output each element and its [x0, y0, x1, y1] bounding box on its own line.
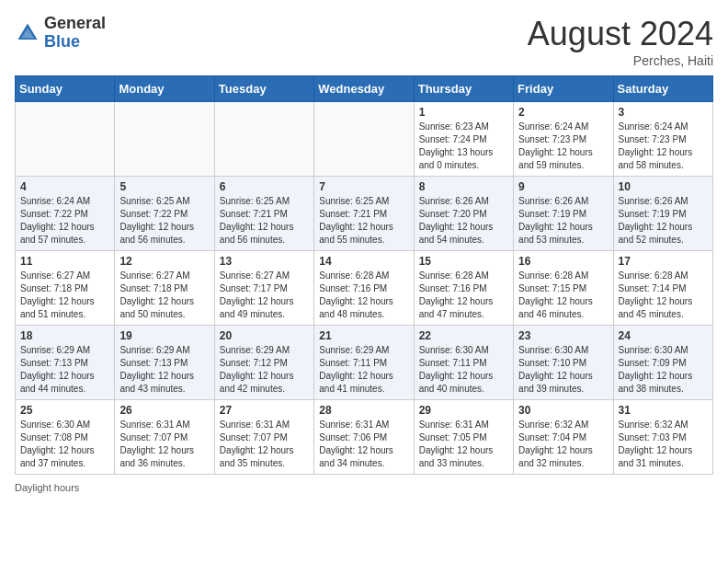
weekday-header-wednesday: Wednesday	[314, 76, 414, 102]
day-info: Sunrise: 6:28 AM Sunset: 7:16 PM Dayligh…	[419, 270, 508, 321]
day-number: 1	[419, 106, 508, 119]
calendar-table: SundayMondayTuesdayWednesdayThursdayFrid…	[15, 75, 713, 475]
day-info: Sunrise: 6:29 AM Sunset: 7:13 PM Dayligh…	[20, 344, 109, 396]
day-info: Sunrise: 6:28 AM Sunset: 7:15 PM Dayligh…	[518, 270, 608, 321]
day-number: 14	[319, 255, 408, 268]
day-number: 25	[20, 404, 109, 417]
day-number: 30	[518, 404, 608, 417]
calendar-cell: 28Sunrise: 6:31 AM Sunset: 7:06 PM Dayli…	[314, 400, 414, 475]
weekday-header-sunday: Sunday	[16, 76, 115, 102]
calendar-cell: 13Sunrise: 6:27 AM Sunset: 7:17 PM Dayli…	[214, 251, 313, 326]
calendar-cell: 15Sunrise: 6:28 AM Sunset: 7:16 PM Dayli…	[414, 251, 513, 326]
day-number: 23	[518, 329, 608, 342]
calendar-cell: 4Sunrise: 6:24 AM Sunset: 7:22 PM Daylig…	[16, 177, 115, 251]
day-info: Sunrise: 6:27 AM Sunset: 7:18 PM Dayligh…	[20, 270, 109, 321]
location-subtitle: Perches, Haiti	[528, 53, 713, 68]
logo-text: General Blue	[44, 15, 106, 52]
calendar-cell: 17Sunrise: 6:28 AM Sunset: 7:14 PM Dayli…	[613, 251, 712, 326]
day-info: Sunrise: 6:29 AM Sunset: 7:11 PM Dayligh…	[319, 344, 408, 396]
day-info: Sunrise: 6:24 AM Sunset: 7:23 PM Dayligh…	[518, 121, 608, 172]
day-number: 7	[319, 180, 408, 193]
calendar-cell: 31Sunrise: 6:32 AM Sunset: 7:03 PM Dayli…	[613, 400, 712, 475]
calendar-cell: 1Sunrise: 6:23 AM Sunset: 7:24 PM Daylig…	[414, 102, 513, 177]
day-info: Sunrise: 6:31 AM Sunset: 7:06 PM Dayligh…	[319, 419, 408, 470]
day-number: 21	[319, 329, 408, 342]
calendar-cell: 9Sunrise: 6:26 AM Sunset: 7:19 PM Daylig…	[514, 177, 613, 251]
day-info: Sunrise: 6:27 AM Sunset: 7:18 PM Dayligh…	[119, 270, 209, 321]
calendar-cell: 20Sunrise: 6:29 AM Sunset: 7:12 PM Dayli…	[214, 326, 313, 400]
calendar-cell: 24Sunrise: 6:30 AM Sunset: 7:09 PM Dayli…	[613, 326, 712, 400]
calendar-week-row: 4Sunrise: 6:24 AM Sunset: 7:22 PM Daylig…	[16, 177, 713, 251]
calendar-cell: 3Sunrise: 6:24 AM Sunset: 7:23 PM Daylig…	[613, 102, 712, 177]
calendar-cell: 5Sunrise: 6:25 AM Sunset: 7:22 PM Daylig…	[115, 177, 214, 251]
calendar-cell: 6Sunrise: 6:25 AM Sunset: 7:21 PM Daylig…	[214, 177, 313, 251]
day-info: Sunrise: 6:27 AM Sunset: 7:17 PM Dayligh…	[220, 270, 309, 321]
calendar-cell: 22Sunrise: 6:30 AM Sunset: 7:11 PM Dayli…	[414, 326, 513, 400]
day-info: Sunrise: 6:32 AM Sunset: 7:04 PM Dayligh…	[518, 419, 608, 470]
logo-general-text: General	[44, 15, 106, 33]
day-info: Sunrise: 6:29 AM Sunset: 7:13 PM Dayligh…	[119, 344, 209, 396]
calendar-cell: 11Sunrise: 6:27 AM Sunset: 7:18 PM Dayli…	[16, 251, 115, 326]
calendar-cell	[115, 102, 214, 177]
calendar-cell: 7Sunrise: 6:25 AM Sunset: 7:21 PM Daylig…	[314, 177, 414, 251]
day-number: 3	[619, 106, 708, 119]
day-info: Sunrise: 6:23 AM Sunset: 7:24 PM Dayligh…	[419, 121, 508, 172]
day-number: 20	[220, 329, 309, 342]
logo-blue-text: Blue	[44, 33, 106, 52]
calendar-week-row: 18Sunrise: 6:29 AM Sunset: 7:13 PM Dayli…	[16, 326, 713, 400]
day-number: 15	[419, 255, 508, 268]
day-info: Sunrise: 6:28 AM Sunset: 7:16 PM Dayligh…	[319, 270, 408, 321]
day-number: 9	[518, 180, 608, 193]
calendar-cell: 29Sunrise: 6:31 AM Sunset: 7:05 PM Dayli…	[414, 400, 513, 475]
day-number: 5	[119, 180, 209, 193]
calendar-cell: 18Sunrise: 6:29 AM Sunset: 7:13 PM Dayli…	[16, 326, 115, 400]
weekday-header-friday: Friday	[514, 76, 613, 102]
day-number: 2	[518, 106, 608, 119]
calendar-week-row: 11Sunrise: 6:27 AM Sunset: 7:18 PM Dayli…	[16, 251, 713, 326]
calendar-cell: 21Sunrise: 6:29 AM Sunset: 7:11 PM Dayli…	[314, 326, 414, 400]
day-info: Sunrise: 6:29 AM Sunset: 7:12 PM Dayligh…	[220, 344, 309, 396]
calendar-cell: 25Sunrise: 6:30 AM Sunset: 7:08 PM Dayli…	[16, 400, 115, 475]
calendar-cell: 10Sunrise: 6:26 AM Sunset: 7:19 PM Dayli…	[613, 177, 712, 251]
day-number: 27	[220, 404, 309, 417]
day-number: 6	[220, 180, 309, 193]
day-number: 4	[20, 180, 109, 193]
calendar-cell: 23Sunrise: 6:30 AM Sunset: 7:10 PM Dayli…	[514, 326, 613, 400]
day-number: 11	[20, 255, 109, 268]
title-block: August 2024 Perches, Haiti	[528, 15, 713, 68]
day-number: 19	[119, 329, 209, 342]
day-info: Sunrise: 6:25 AM Sunset: 7:21 PM Dayligh…	[319, 195, 408, 247]
weekday-header-row: SundayMondayTuesdayWednesdayThursdayFrid…	[16, 76, 713, 102]
day-info: Sunrise: 6:26 AM Sunset: 7:19 PM Dayligh…	[518, 195, 608, 247]
day-info: Sunrise: 6:25 AM Sunset: 7:22 PM Dayligh…	[119, 195, 209, 247]
logo: General Blue	[15, 15, 106, 52]
day-number: 22	[419, 329, 508, 342]
calendar-week-row: 25Sunrise: 6:30 AM Sunset: 7:08 PM Dayli…	[16, 400, 713, 475]
day-info: Sunrise: 6:28 AM Sunset: 7:14 PM Dayligh…	[619, 270, 708, 321]
calendar-cell: 26Sunrise: 6:31 AM Sunset: 7:07 PM Dayli…	[115, 400, 214, 475]
weekday-header-thursday: Thursday	[414, 76, 513, 102]
calendar-cell: 30Sunrise: 6:32 AM Sunset: 7:04 PM Dayli…	[514, 400, 613, 475]
day-number: 29	[419, 404, 508, 417]
day-info: Sunrise: 6:30 AM Sunset: 7:11 PM Dayligh…	[419, 344, 508, 396]
day-number: 8	[419, 180, 508, 193]
day-info: Sunrise: 6:26 AM Sunset: 7:20 PM Dayligh…	[419, 195, 508, 247]
day-number: 18	[20, 329, 109, 342]
calendar-cell: 2Sunrise: 6:24 AM Sunset: 7:23 PM Daylig…	[514, 102, 613, 177]
calendar-cell: 12Sunrise: 6:27 AM Sunset: 7:18 PM Dayli…	[115, 251, 214, 326]
day-number: 13	[220, 255, 309, 268]
calendar-cell: 8Sunrise: 6:26 AM Sunset: 7:20 PM Daylig…	[414, 177, 513, 251]
calendar-cell: 19Sunrise: 6:29 AM Sunset: 7:13 PM Dayli…	[115, 326, 214, 400]
weekday-header-monday: Monday	[115, 76, 214, 102]
logo-icon	[15, 20, 40, 46]
day-info: Sunrise: 6:24 AM Sunset: 7:23 PM Dayligh…	[619, 121, 708, 172]
month-year-title: August 2024	[528, 15, 713, 53]
page-header: General Blue August 2024 Perches, Haiti	[15, 15, 713, 68]
calendar-cell	[214, 102, 313, 177]
calendar-cell	[314, 102, 414, 177]
day-number: 28	[319, 404, 408, 417]
daylight-label: Daylight hours	[15, 482, 79, 493]
calendar-cell: 14Sunrise: 6:28 AM Sunset: 7:16 PM Dayli…	[314, 251, 414, 326]
day-info: Sunrise: 6:31 AM Sunset: 7:07 PM Dayligh…	[119, 419, 209, 470]
day-info: Sunrise: 6:25 AM Sunset: 7:21 PM Dayligh…	[220, 195, 309, 247]
